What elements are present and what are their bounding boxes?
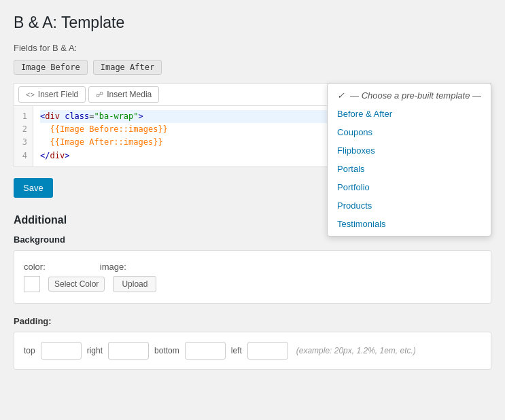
field-tags: Image Before Image After (14, 60, 491, 75)
template-dropdown: — Choose a pre-built template — Before &… (327, 83, 491, 237)
save-button[interactable]: Save (14, 178, 53, 198)
field-tag-image-after: Image After (93, 60, 162, 75)
template-dropdown-item-products[interactable]: Products (328, 196, 491, 215)
template-dropdown-item-coupons[interactable]: Coupons (328, 123, 491, 141)
padding-right-input[interactable] (108, 342, 149, 360)
page-title: B & A: Template (14, 14, 491, 32)
template-dropdown-selected[interactable]: — Choose a pre-built template — (328, 86, 491, 105)
template-dropdown-item-portfolio[interactable]: Portfolio (328, 178, 491, 196)
template-dropdown-item-testimonials[interactable]: Testimonials (328, 215, 491, 233)
select-color-button[interactable]: Select Color (48, 277, 105, 292)
padding-left-input[interactable] (247, 342, 288, 360)
insert-field-button[interactable]: <> Insert Field (18, 86, 86, 103)
insert-media-button[interactable]: ☍ Insert Media (88, 86, 159, 103)
color-swatch[interactable] (24, 276, 40, 292)
field-tag-image-before: Image Before (14, 60, 88, 75)
template-dropdown-wrapper: — Choose a pre-built template — Before &… (327, 83, 491, 237)
padding-top-label: top (24, 346, 35, 355)
insert-field-label: Insert Field (38, 90, 78, 99)
insert-media-icon: ☍ (96, 90, 103, 99)
color-label: color: (24, 262, 46, 272)
image-label: image: (100, 262, 126, 272)
bg-row-labels: color: image: (24, 262, 481, 272)
template-dropdown-item-flipboxes[interactable]: Flipboxes (328, 141, 491, 160)
insert-field-icon: <> (26, 90, 35, 99)
fields-label: Fields for B & A: (14, 43, 491, 53)
padding-hint: (example: 20px, 1.2%, 1em, etc.) (296, 346, 416, 355)
padding-right-label: right (87, 346, 103, 355)
upload-button[interactable]: Upload (113, 276, 156, 292)
padding-top-input[interactable] (41, 342, 82, 360)
padding-panel: top right bottom left (example: 20px, 1.… (14, 332, 491, 370)
padding-label: Padding: (14, 316, 491, 326)
template-dropdown-item-before-after[interactable]: Before & After (328, 105, 491, 123)
padding-bottom-input[interactable] (185, 342, 226, 360)
bg-row-controls: Select Color Upload (24, 276, 481, 292)
template-dropdown-item-portals[interactable]: Portals (328, 160, 491, 178)
padding-row: top right bottom left (example: 20px, 1.… (24, 342, 481, 360)
padding-bottom-label: bottom (154, 346, 179, 355)
toolbar: <> Insert Field ☍ Insert Media — Choose … (14, 83, 491, 106)
insert-media-label: Insert Media (107, 90, 152, 99)
background-panel: color: image: Select Color Upload (14, 250, 491, 304)
line-numbers: 1 2 3 4 (14, 106, 33, 167)
padding-left-label: left (231, 346, 242, 355)
